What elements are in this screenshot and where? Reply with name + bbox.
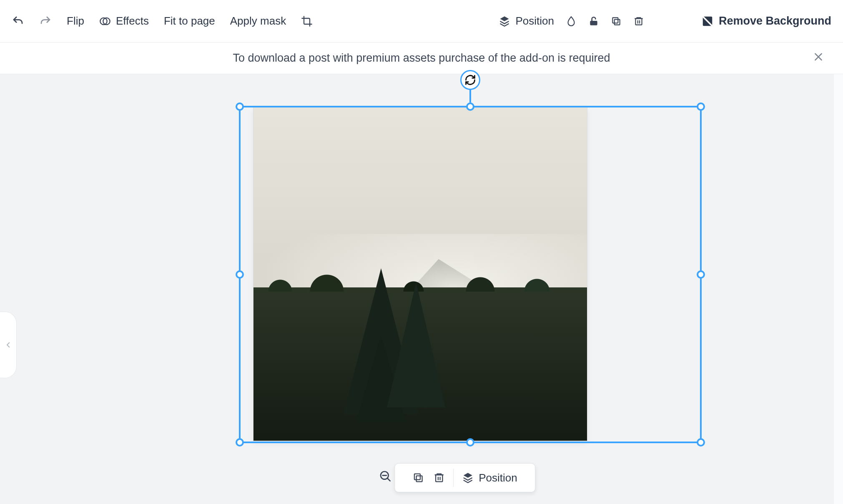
rotate-icon [464, 74, 476, 86]
effects-icon [99, 15, 111, 27]
apply-mask-button[interactable]: Apply mask [230, 15, 286, 27]
svg-rect-12 [436, 475, 442, 482]
droplet-icon [566, 16, 577, 27]
svg-rect-10 [416, 476, 422, 482]
resize-handle-bottom-left[interactable] [236, 438, 244, 447]
svg-rect-11 [414, 474, 420, 480]
flip-label: Flip [67, 15, 84, 27]
opacity-button[interactable] [566, 16, 577, 27]
unlock-icon [588, 16, 599, 27]
apply-mask-label: Apply mask [230, 15, 286, 27]
svg-rect-3 [615, 19, 620, 25]
notice-close-button[interactable] [813, 51, 824, 65]
trash-icon [433, 472, 445, 484]
close-icon [813, 51, 824, 62]
selection-bounding-box[interactable] [239, 106, 702, 443]
crop-icon [301, 15, 313, 27]
crop-button[interactable] [301, 15, 313, 27]
svg-rect-5 [635, 18, 642, 25]
chevron-left-icon [5, 339, 12, 351]
fit-to-page-label: Fit to page [164, 15, 215, 27]
svg-rect-4 [612, 17, 618, 23]
toolbar-left-group: Flip Effects Fit to page Apply mask [12, 15, 313, 27]
copy-icon [611, 16, 622, 27]
duplicate-button[interactable] [611, 16, 622, 27]
resize-handle-top-right[interactable] [697, 102, 705, 111]
position-label: Position [515, 15, 554, 27]
vertical-scrollbar[interactable] [834, 74, 843, 504]
fit-to-page-button[interactable]: Fit to page [164, 15, 215, 27]
premium-notice-text: To download a post with premium assets p… [233, 52, 610, 65]
layers-icon [462, 472, 474, 484]
undo-icon [12, 15, 24, 27]
zoom-out-icon [379, 470, 392, 483]
float-position-label: Position [479, 472, 517, 484]
layers-icon [499, 15, 510, 27]
effects-label: Effects [116, 15, 149, 27]
resize-handle-bottom-right[interactable] [697, 438, 705, 447]
selection-floating-toolbar: Position [394, 463, 535, 492]
resize-handle-top-left[interactable] [236, 102, 244, 111]
expand-side-panel-button[interactable] [0, 312, 17, 378]
trash-icon [633, 16, 644, 27]
resize-handle-top[interactable] [466, 102, 474, 111]
rotate-handle[interactable] [460, 70, 480, 90]
resize-handle-bottom[interactable] [466, 438, 474, 447]
premium-notice-bar: To download a post with premium assets p… [0, 42, 843, 74]
svg-line-9 [387, 478, 390, 481]
resize-handle-left[interactable] [236, 270, 244, 279]
editor-canvas[interactable]: Position [0, 74, 843, 504]
editor-toolbar: Flip Effects Fit to page Apply mask Posi… [0, 0, 843, 42]
delete-button[interactable] [633, 16, 644, 27]
lock-button[interactable] [588, 16, 599, 27]
svg-rect-2 [590, 20, 597, 25]
undo-button[interactable] [12, 15, 24, 27]
effects-button[interactable]: Effects [99, 15, 149, 27]
remove-bg-icon [701, 15, 714, 27]
copy-icon [412, 472, 424, 484]
redo-button[interactable] [39, 15, 52, 27]
remove-background-button[interactable]: Remove Background [701, 15, 831, 27]
float-duplicate-button[interactable] [412, 472, 424, 484]
redo-icon [39, 15, 52, 27]
float-delete-button[interactable] [433, 472, 445, 484]
remove-background-label: Remove Background [719, 15, 831, 27]
resize-handle-right[interactable] [697, 270, 705, 279]
float-position-button[interactable]: Position [462, 472, 517, 484]
position-button[interactable]: Position [499, 15, 554, 27]
flip-button[interactable]: Flip [67, 15, 84, 27]
toolbar-right-group: Position Remove Background [499, 15, 831, 27]
